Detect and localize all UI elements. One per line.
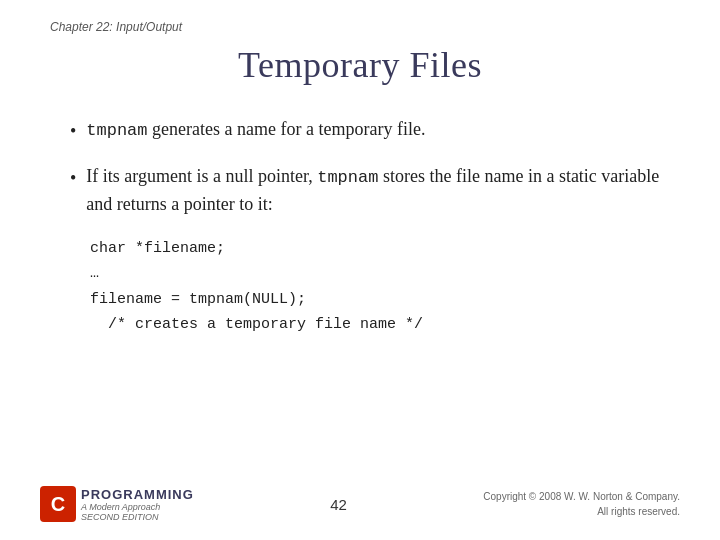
- code-line-2: …: [90, 261, 670, 287]
- copyright-text: Copyright © 2008 W. W. Norton & Company.…: [483, 489, 680, 519]
- logo-subtitle: A Modern Approach: [81, 502, 194, 512]
- bullet-text-1: tmpnam generates a name for a temporary …: [86, 116, 670, 144]
- logo-sub-italic: A Modern Approach: [81, 502, 160, 512]
- code-line-4: /* creates a temporary file name */: [90, 312, 670, 338]
- logo-edition: SECOND EDITION: [81, 512, 194, 522]
- bullet-symbol-2: •: [70, 165, 76, 192]
- code-line-1: char *filename;: [90, 236, 670, 262]
- code-tmpnam-2: tmpnam: [317, 168, 378, 187]
- copyright-line2: All rights reserved.: [597, 506, 680, 517]
- bullet-item-1: • tmpnam generates a name for a temporar…: [70, 116, 670, 145]
- bullet-text-2: If its argument is a null pointer, tmpna…: [86, 163, 670, 218]
- bullet-symbol-1: •: [70, 118, 76, 145]
- page-number: 42: [330, 496, 347, 513]
- chapter-label: Chapter 22: Input/Output: [50, 20, 670, 34]
- code-line-3: filename = tmpnam(NULL);: [90, 287, 670, 313]
- slide-title: Temporary Files: [50, 44, 670, 86]
- bullet-list: • tmpnam generates a name for a temporar…: [50, 116, 670, 218]
- code-tmpnam-1: tmpnam: [86, 121, 147, 140]
- logo-text: PROGRAMMING A Modern Approach SECOND EDI…: [81, 487, 194, 522]
- logo-area: C PROGRAMMING A Modern Approach SECOND E…: [40, 486, 194, 522]
- copyright-line1: Copyright © 2008 W. W. Norton & Company.: [483, 491, 680, 502]
- logo-icon: C: [40, 486, 76, 522]
- logo-programming: PROGRAMMING: [81, 487, 194, 502]
- footer: C PROGRAMMING A Modern Approach SECOND E…: [0, 486, 720, 522]
- bullet-item-2: • If its argument is a null pointer, tmp…: [70, 163, 670, 218]
- code-block: char *filename; … filename = tmpnam(NULL…: [90, 236, 670, 338]
- slide: Chapter 22: Input/Output Temporary Files…: [0, 0, 720, 540]
